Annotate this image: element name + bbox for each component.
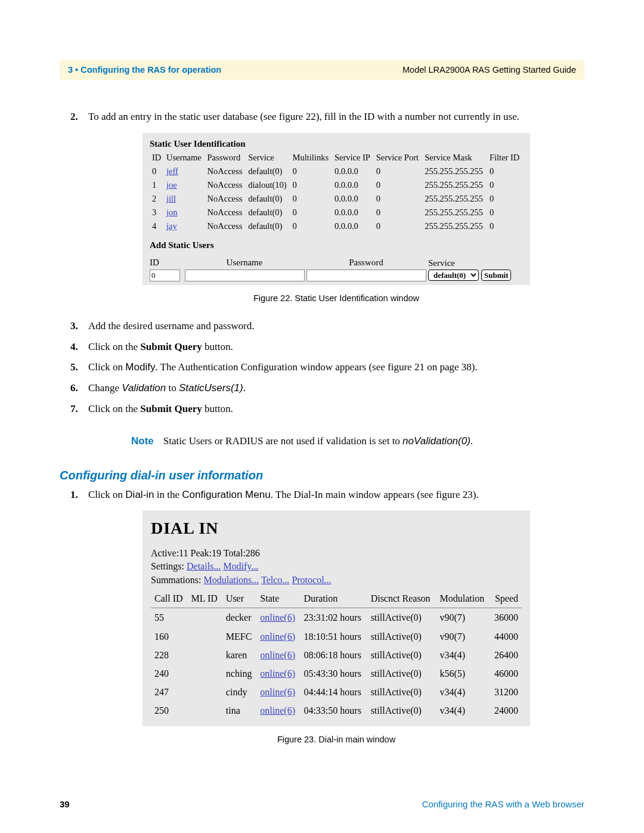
- state-link[interactable]: online(6): [260, 631, 295, 642]
- col-pwd: Password: [205, 151, 246, 165]
- add-user-label: Username: [185, 256, 304, 270]
- add-svc-label: Service: [428, 257, 523, 270]
- user-link[interactable]: jill: [166, 194, 176, 203]
- static-user-table: ID Username Password Service Multilinks …: [150, 151, 523, 233]
- add-static-title: Add Static Users: [143, 237, 530, 253]
- user-link[interactable]: jeff: [166, 166, 178, 176]
- step-4: Click on the Submit Query button.: [70, 340, 584, 355]
- step-6: Change Validation to StaticUsers(1).: [70, 381, 584, 396]
- guide-title: Model LRA2900A RAS Getting Started Guide: [402, 65, 576, 75]
- section-heading-dialin: Configuring dial-in user information: [60, 467, 584, 484]
- add-user-input[interactable]: [185, 270, 305, 281]
- table-row: 160MEFConline(6)18:10:51 hoursstillActiv…: [151, 627, 522, 646]
- static-user-title: Static User Identification: [143, 135, 530, 151]
- table-row: 250tinaonline(6)04:33:50 hoursstillActiv…: [151, 701, 522, 720]
- step-7: Click on the Submit Query button.: [70, 402, 584, 417]
- col-svc: Service: [246, 151, 290, 165]
- dcol-ml: ML ID: [188, 589, 222, 608]
- add-pwd-label: Password: [306, 256, 426, 270]
- chapter-header: 3 • Configuring the RAS for operation Mo…: [60, 60, 584, 80]
- step-2-text: To add an entry in the static user datab…: [88, 111, 519, 122]
- step-5: Click on Modify. The Authentication Conf…: [70, 360, 584, 375]
- table-row: 240nchingonline(6)05:43:30 hoursstillAct…: [151, 664, 522, 683]
- protocol-link[interactable]: Protocol...: [292, 575, 331, 585]
- table-row: 228karenonline(6)08:06:18 hoursstillActi…: [151, 646, 522, 664]
- state-link[interactable]: online(6): [260, 687, 295, 697]
- dcol-call: Call ID: [151, 589, 188, 608]
- add-id-label: ID: [150, 256, 182, 270]
- add-id-input[interactable]: [150, 270, 180, 281]
- table-row: 55deckeronline(6)23:31:02 hoursstillActi…: [151, 608, 522, 627]
- state-link[interactable]: online(6): [260, 650, 295, 660]
- step-3: Add the desired username and password.: [70, 319, 584, 334]
- add-pwd-input[interactable]: [306, 270, 426, 281]
- state-link[interactable]: online(6): [260, 612, 295, 623]
- dialin-counts: Active:11 Peak:19 Total:286: [151, 547, 522, 560]
- step-3-text: Add the desired username and password.: [88, 320, 255, 332]
- dcol-speed: Speed: [490, 589, 522, 608]
- page-footer: 39 Configuring the RAS with a Web browse…: [60, 799, 584, 809]
- figure-22: Static User Identification ID Username P…: [88, 133, 584, 305]
- col-smask: Service Mask: [422, 151, 487, 165]
- state-link[interactable]: online(6): [260, 668, 295, 679]
- submit-button[interactable]: Submit: [481, 270, 511, 281]
- col-user: Username: [164, 151, 205, 165]
- col-ml: Multilinks: [290, 151, 332, 165]
- figure-22-caption: Figure 22. Static User Identification wi…: [88, 292, 584, 305]
- note-block: Note Static Users or RADIUS are not used…: [131, 434, 519, 449]
- dcol-user: User: [222, 589, 257, 608]
- note-text: Static Users or RADIUS are not used if v…: [163, 434, 473, 449]
- table-row: 2jillNoAccessdefault(0)00.0.0.00255.255.…: [150, 192, 523, 206]
- modulations-link[interactable]: Modulations...: [203, 575, 259, 585]
- modify-link[interactable]: Modify...: [223, 561, 258, 571]
- page-number: 39: [60, 799, 70, 809]
- col-sport: Service Port: [374, 151, 422, 165]
- dialin-settings: Settings: Details... Modify...: [151, 560, 522, 573]
- table-row: 1joeNoAccessdialout(10)00.0.0.00255.255.…: [150, 178, 523, 192]
- col-sip: Service IP: [332, 151, 374, 165]
- table-row: 247cindyonline(6)04:44:14 hoursstillActi…: [151, 683, 522, 701]
- user-link[interactable]: joe: [166, 180, 177, 190]
- col-fid: Filter ID: [487, 151, 523, 165]
- dcol-state: State: [256, 589, 300, 608]
- add-svc-select[interactable]: default(0): [428, 270, 479, 281]
- user-link[interactable]: jay: [166, 221, 177, 231]
- chapter-title: 3 • Configuring the RAS for operation: [68, 65, 221, 75]
- table-row: 0jeffNoAccessdefault(0)00.0.0.00255.255.…: [150, 165, 523, 178]
- figure-23: DIAL IN Active:11 Peak:19 Total:286 Sett…: [88, 510, 584, 745]
- user-link[interactable]: jon: [166, 208, 178, 217]
- details-link[interactable]: Details...: [187, 561, 221, 571]
- state-link[interactable]: online(6): [260, 705, 295, 716]
- col-id: ID: [150, 151, 164, 165]
- dialin-summations: Summations: Modulations... Telco... Prot…: [151, 574, 522, 587]
- table-row: 3jonNoAccessdefault(0)00.0.0.00255.255.2…: [150, 206, 523, 219]
- footer-text: Configuring the RAS with a Web browser: [422, 799, 584, 809]
- table-row: 4jayNoAccessdefault(0)00.0.0.00255.255.2…: [150, 219, 523, 233]
- dcol-mod: Modulation: [436, 589, 490, 608]
- note-label: Note: [131, 434, 154, 449]
- sec2-step-1: Click on Dial-in in the Configuration Me…: [70, 488, 584, 746]
- step-2: To add an entry in the static user datab…: [70, 110, 584, 305]
- dialin-table: Call ID ML ID User State Duration Discnc…: [151, 589, 522, 720]
- figure-23-caption: Figure 23. Dial-in main window: [88, 733, 584, 746]
- telco-link[interactable]: Telco...: [261, 575, 289, 585]
- dcol-reason: Discnct Reason: [367, 589, 436, 608]
- dcol-dur: Duration: [300, 589, 367, 608]
- dialin-title: DIAL IN: [151, 516, 522, 541]
